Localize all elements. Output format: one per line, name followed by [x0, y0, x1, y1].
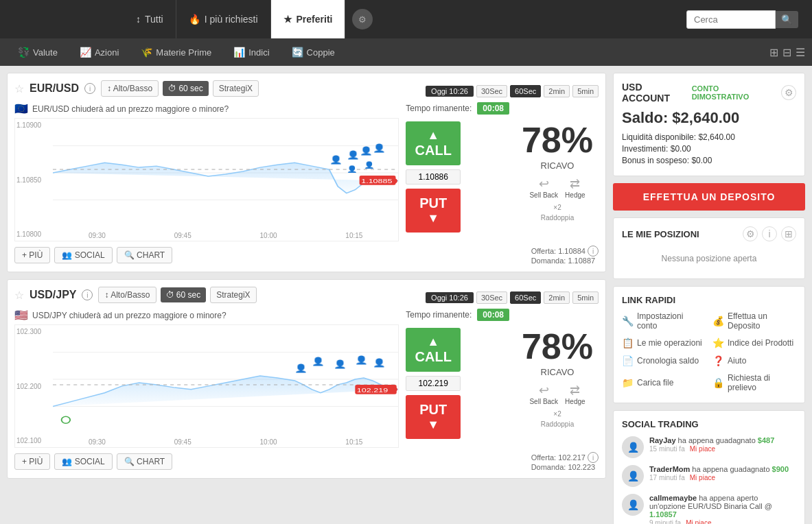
asset-tab-azioni[interactable]: 📈 Azioni: [69, 38, 130, 66]
nav-settings-icon[interactable]: ⚙: [352, 9, 373, 29]
usdjpy-chart-wrapper: 🇺🇸 USD/JPY chiuderà ad un prezzo maggior…: [14, 309, 399, 448]
usdjpy-chart-btn[interactable]: 🔍 CHART: [117, 453, 172, 470]
60sec-btn-eurusd[interactable]: ⏱ 60 sec: [163, 81, 209, 96]
eurusd-piu-btn[interactable]: + PIÙ: [14, 247, 50, 263]
eurusd-chart-btn[interactable]: 🔍 CHART: [117, 247, 172, 263]
social-action-0: ha appena guadagnato: [678, 436, 758, 444]
bonus-value: $0.00: [691, 156, 712, 165]
nav-tab-piu-richiesti-label: I più richiesti: [205, 14, 258, 25]
tutti-icon: ↕: [136, 14, 141, 25]
link-mie-operazioni[interactable]: 📋 Le mie operazioni: [622, 335, 706, 350]
grid-small-icon[interactable]: ⊟: [782, 46, 791, 59]
indici-icon: 📊: [233, 47, 245, 58]
alto-basso-btn-eurusd[interactable]: ↕ Alto/Basso: [101, 80, 159, 97]
positions-info-icon[interactable]: i: [762, 226, 777, 241]
eurusd-offerta-info: Offerta: 1.10884 i Domanda: 1.10887: [531, 246, 599, 265]
social-item-2: 👤 callmemaybe ha appena aperto un'opzion…: [622, 494, 796, 524]
card-header-usdjpy: ☆ USD/JPY i ↕ Alto/Basso ⏱ 60 sec Strate…: [14, 287, 257, 303]
usdjpy-offerta-info-icon[interactable]: i: [588, 452, 599, 463]
time-controls-eurusd: Oggi 10:26 30Sec 60Sec 2min 5min: [426, 85, 599, 97]
account-settings-icon[interactable]: ⚙: [781, 85, 796, 100]
eurusd-info-icon[interactable]: i: [84, 83, 95, 94]
deposito-icon: 💰: [712, 315, 724, 326]
usdjpy-sell-back[interactable]: ↩ Sell Back: [529, 383, 558, 405]
eurusd-price-display: 1.10886: [406, 169, 461, 184]
eurusd-tempo-row: Tempo rimanente: 00:08: [406, 102, 509, 115]
60sec-time-btn-usdjpy[interactable]: 60Sec: [510, 291, 541, 304]
asset-tab-indici[interactable]: 📊 Indici: [222, 38, 280, 66]
eurusd-sell-back[interactable]: ↩ Sell Back: [529, 176, 558, 199]
60sec-time-btn-eurusd[interactable]: 60Sec: [510, 85, 541, 97]
nav-tab-preferiti[interactable]: ★ Preferiti: [271, 0, 346, 38]
usdjpy-star-icon[interactable]: ☆: [14, 289, 24, 302]
carica-label: Carica file: [637, 378, 673, 388]
link-indice-prodotti[interactable]: ⭐ Indice dei Prodotti: [712, 335, 796, 350]
30sec-btn-usdjpy[interactable]: 30Sec: [476, 291, 507, 304]
svg-text:👤: 👤: [347, 165, 358, 173]
eurusd-x-label-2: 10:00: [260, 232, 277, 239]
eurusd-hedge[interactable]: ⇄ Hedge: [565, 176, 585, 199]
social-time-1: 17 minuti fa: [649, 474, 685, 481]
sell-back-label: Sell Back: [529, 191, 558, 199]
social-like-2[interactable]: Mi piace: [686, 519, 711, 524]
eurusd-x-label-0: 09:30: [89, 232, 106, 239]
usdjpy-social-btn[interactable]: 👥 SOCIAL: [54, 453, 112, 470]
eurusd-trading-controls: Tempo rimanente: 00:08 ▲ CALL 1.10886 PU…: [406, 102, 509, 241]
social-like-0[interactable]: Mi piace: [690, 445, 715, 453]
card-header-row-eurusd: ☆ EUR/USD i ↕ Alto/Basso ⏱ 60 sec Strate…: [14, 80, 599, 102]
nav-tab-preferiti-label: Preferiti: [297, 14, 333, 25]
2min-btn-eurusd[interactable]: 2min: [544, 85, 570, 97]
link-cronologia-saldo[interactable]: 📄 Cronologia saldo: [622, 353, 706, 368]
strategix-btn-usdjpy[interactable]: StrategiX: [210, 287, 256, 303]
2min-btn-usdjpy[interactable]: 2min: [544, 291, 570, 304]
eurusd-y-label-1: 1.10850: [16, 176, 51, 184]
30sec-btn-eurusd[interactable]: 30Sec: [476, 85, 507, 97]
usdjpy-y-label-2: 102.100: [16, 437, 51, 444]
usdjpy-x-label-2: 10:00: [260, 438, 277, 446]
usdjpy-pair-name: USD/JPY: [30, 289, 76, 301]
asset-tab-valute[interactable]: 💱 Valute: [7, 38, 69, 66]
nav-tab-tutti[interactable]: ↕ Tutti: [124, 0, 176, 38]
nav-tab-piu-richiesti[interactable]: 🔥 I più richiesti: [176, 0, 271, 38]
usdjpy-put-button[interactable]: PUT ▼: [406, 395, 461, 439]
60sec-btn-usdjpy[interactable]: ⏱ 60 sec: [161, 287, 207, 302]
social-like-1[interactable]: Mi piace: [690, 474, 715, 481]
link-effettua-deposito[interactable]: 💰 Effettua un Deposito: [712, 309, 796, 333]
asset-tab-materie[interactable]: 🌾 Materie Prime: [130, 38, 222, 66]
link-aiuto[interactable]: ❓ Aiuto: [712, 353, 796, 368]
usdjpy-info-icon[interactable]: i: [82, 289, 93, 300]
link-richiesta-prelievo[interactable]: 🔒 Richiesta di prelievo: [712, 371, 796, 394]
usdjpy-hedge[interactable]: ⇄ Hedge: [565, 383, 585, 405]
eurusd-offerta-info-icon[interactable]: i: [588, 246, 599, 257]
alto-basso-btn-usdjpy[interactable]: ↕ Alto/Basso: [98, 287, 156, 303]
eurusd-offerta-value: 1.10884: [558, 247, 585, 255]
eurusd-call-button[interactable]: ▲ CALL: [406, 121, 461, 165]
card-controls-eurusd: ↕ Alto/Basso ⏱ 60 sec StrategiX: [101, 80, 259, 97]
eurusd-social-btn[interactable]: 👥 SOCIAL: [54, 247, 112, 263]
link-impostazioni-conto[interactable]: 🔧 Impostazioni conto: [622, 309, 706, 333]
demo-badge: CONTO DIMOSTRATIVO: [692, 84, 778, 101]
list-icon[interactable]: ☰: [796, 46, 805, 59]
search-input[interactable]: [686, 10, 776, 29]
asset-tab-coppie[interactable]: 🔄 Coppie: [281, 38, 346, 66]
eurusd-star-icon[interactable]: ☆: [14, 82, 24, 95]
usdjpy-x-label-3: 10:15: [345, 438, 362, 446]
strategix-btn-eurusd[interactable]: StrategiX: [213, 80, 259, 97]
cronologia-icon: 📄: [622, 355, 634, 366]
eurusd-raddoppia: Raddoppia: [541, 214, 574, 222]
eurusd-put-button[interactable]: PUT ▼: [406, 189, 461, 233]
social-content-1: TraderMom ha appena guadagnato $900 17 m…: [649, 465, 796, 487]
sell-back-icon: ↩: [539, 176, 549, 191]
5min-btn-usdjpy[interactable]: 5min: [572, 291, 599, 304]
usdjpy-call-button[interactable]: ▲ CALL: [406, 328, 461, 372]
positions-expand-icon[interactable]: ⊞: [781, 226, 796, 241]
5min-btn-eurusd[interactable]: 5min: [572, 85, 599, 97]
link-carica-file[interactable]: 📁 Carica file: [622, 371, 706, 394]
usdjpy-piu-btn[interactable]: + PIÙ: [14, 453, 50, 470]
positions-gear-icon[interactable]: ⚙: [743, 226, 758, 241]
search-button[interactable]: 🔍: [776, 11, 798, 28]
grid-large-icon[interactable]: ⊞: [769, 46, 778, 59]
deposit-button[interactable]: EFFETTUA UN DEPOSITO: [613, 183, 805, 211]
eurusd-x2-badge: ×2: [553, 204, 561, 211]
positions-title: LE MIE POSIZIONI: [622, 229, 699, 239]
